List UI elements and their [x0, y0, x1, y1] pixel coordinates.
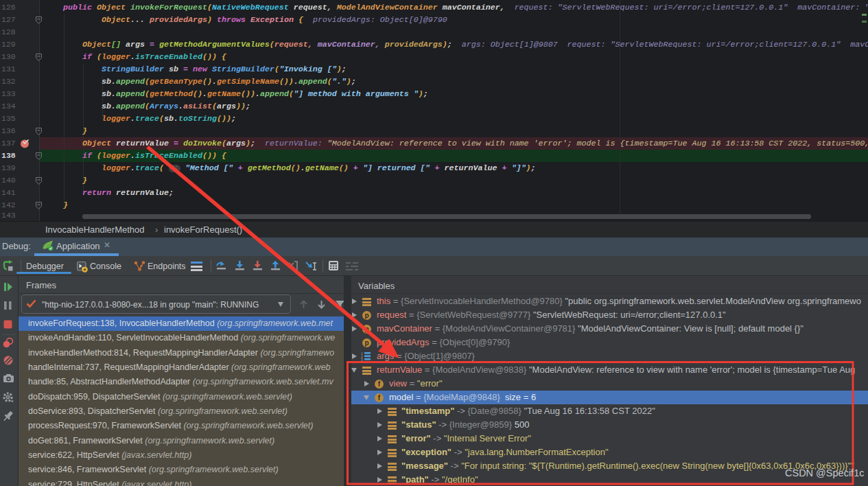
svg-text:3: 3 — [361, 358, 363, 361]
